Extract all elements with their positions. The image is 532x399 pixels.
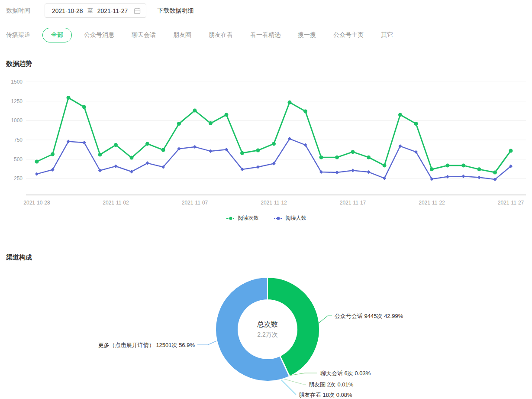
data-point [51, 152, 55, 156]
data-point [383, 163, 387, 167]
trend-line-chart: 2505007501000125015002021-10-282021-11-0… [0, 76, 532, 214]
data-point [351, 169, 355, 172]
data-point [114, 143, 118, 147]
y-axis-tick-label: 1000 [11, 117, 23, 123]
data-point [383, 176, 386, 180]
data-point [430, 167, 434, 171]
data-point [446, 163, 450, 167]
y-axis-tick-label: 750 [14, 137, 23, 143]
data-point [193, 145, 197, 149]
channel-tab[interactable]: 其它 [381, 31, 393, 39]
x-axis-tick-label: 2021-11-27 [498, 200, 524, 206]
data-point [303, 109, 307, 113]
x-axis-tick-label: 2021-11-02 [103, 200, 129, 206]
pie-callout-label: 聊天会话 6次 0.03% [320, 370, 371, 376]
channel-tab[interactable]: 搜一搜 [298, 31, 316, 39]
x-axis-tick-label: 2021-10-28 [23, 200, 50, 206]
data-point [446, 175, 449, 178]
channel-tab-active[interactable]: 全部 [42, 28, 72, 42]
data-point [509, 149, 513, 152]
pie-callout-label: 朋友在看 18次 0.08% [299, 392, 352, 398]
data-point [193, 109, 197, 113]
pie-callout-label: 朋友圈 2次 0.01% [309, 381, 354, 388]
channel-tab[interactable]: 公众号主页 [333, 31, 364, 39]
data-point [240, 151, 244, 155]
data-point [493, 171, 497, 175]
data-point [225, 113, 229, 117]
data-point [461, 163, 465, 167]
analytics-page: { "toolbar": { "date_label": "数据时间", "da… [0, 0, 532, 399]
data-point [145, 142, 149, 146]
data-point [177, 122, 181, 126]
date-range-picker[interactable]: 2021-10-28 至 2021-11-27 [45, 3, 146, 18]
series-line [37, 98, 511, 172]
legend-label: 阅读次数 [238, 214, 259, 222]
date-range-label: 数据时间 [6, 7, 30, 15]
date-start-value[interactable]: 2021-10-28 [52, 7, 83, 14]
data-point [209, 121, 213, 125]
pie-callout-label: 更多（点击展开详情） 12501次 56.9% [98, 342, 195, 348]
data-point [35, 172, 39, 175]
data-point [477, 167, 481, 171]
x-axis-tick-label: 2021-11-12 [261, 200, 287, 206]
calendar-icon[interactable] [134, 7, 141, 14]
channel-filter-label: 传播渠道 [6, 31, 30, 39]
trend-legend: 阅读次数阅读人数 [0, 214, 532, 222]
data-point [161, 148, 165, 152]
channel-tab[interactable]: 朋友圈 [173, 31, 191, 39]
data-point [351, 150, 355, 154]
channel-tab[interactable]: 看一看精选 [250, 31, 281, 39]
pie-callout-line [197, 341, 216, 345]
data-point [398, 144, 402, 148]
data-point [461, 175, 465, 178]
data-point [82, 105, 86, 109]
legend-item[interactable]: 阅读人数 [274, 214, 306, 222]
data-point [256, 149, 260, 152]
data-point [114, 165, 117, 168]
data-point [319, 156, 323, 159]
channel-tabs: 全部公众号消息聊天会话朋友圈朋友在看看一看精选搜一搜公众号主页其它 [42, 28, 410, 42]
channel-filter: 传播渠道 全部公众号消息聊天会话朋友圈朋友在看看一看精选搜一搜公众号主页其它 [6, 28, 410, 42]
donut-center-value: 2.2万次 [224, 331, 311, 339]
y-axis-tick-label: 1500 [11, 79, 23, 85]
data-point [67, 96, 71, 100]
data-point [288, 101, 292, 104]
pie-callout-line [283, 379, 306, 384]
channel-tab[interactable]: 公众号消息 [84, 31, 114, 39]
data-point [98, 152, 102, 156]
pie-callout-line [281, 379, 296, 395]
y-axis-tick-label: 250 [14, 175, 23, 182]
data-point [335, 171, 339, 174]
legend-item[interactable]: 阅读次数 [226, 214, 259, 222]
download-data-link[interactable]: 下载数据明细 [157, 7, 193, 15]
y-axis-tick-label: 1250 [11, 98, 23, 104]
channel-tab[interactable]: 聊天会话 [132, 31, 156, 39]
toolbar: 数据时间 2021-10-28 至 2021-11-27 下载数据明细 [6, 3, 193, 18]
data-point [35, 159, 39, 163]
donut-center-label: 总次数 [224, 320, 311, 329]
data-point [130, 156, 134, 160]
date-to-separator: 至 [87, 7, 93, 15]
x-axis-tick-label: 2021-11-17 [340, 200, 366, 206]
x-axis-tick-label: 2021-11-22 [419, 200, 445, 206]
pie-callout-line [319, 316, 332, 323]
channel-tab[interactable]: 朋友在看 [209, 31, 233, 39]
data-point [209, 149, 212, 153]
data-point [367, 170, 370, 174]
composition-section-title: 渠道构成 [6, 253, 32, 262]
data-point [256, 165, 260, 169]
date-end-value[interactable]: 2021-11-27 [97, 7, 128, 14]
legend-label: 阅读人数 [286, 214, 306, 222]
data-point [414, 122, 418, 126]
pie-callout-label: 公众号会话 9445次 42.99% [335, 313, 403, 319]
legend-marker-dot [277, 217, 280, 220]
data-point [398, 113, 402, 117]
x-axis-tick-label: 2021-11-07 [182, 200, 208, 206]
data-point [272, 142, 276, 146]
data-point [335, 156, 339, 159]
y-axis-tick-label: 500 [14, 156, 23, 162]
legend-marker-dot [229, 217, 232, 220]
trend-section-title: 数据趋势 [6, 60, 32, 68]
data-point [367, 156, 371, 159]
